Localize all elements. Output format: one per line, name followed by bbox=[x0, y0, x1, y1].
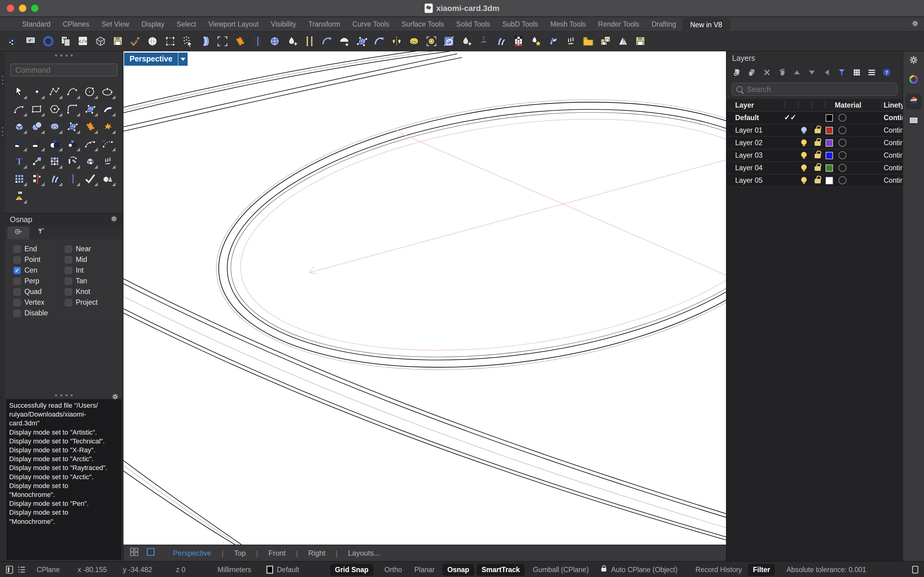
sphere-icon[interactable] bbox=[145, 34, 160, 48]
layer-lock-icon[interactable] bbox=[815, 166, 821, 171]
layer-visibility-bulb-icon[interactable] bbox=[801, 152, 806, 157]
layer-linetype[interactable]: Continuous bbox=[884, 126, 903, 134]
split-tool[interactable] bbox=[29, 136, 45, 152]
mesh-sphere-icon[interactable] bbox=[267, 34, 282, 48]
torus-gold-icon[interactable] bbox=[407, 34, 421, 48]
menu-tab-standard[interactable]: Standard bbox=[16, 18, 56, 31]
menu-tab-render-tools[interactable]: Render Tools bbox=[592, 18, 646, 31]
move-down-icon[interactable] bbox=[806, 67, 817, 78]
panel-toggle-right-icon[interactable] bbox=[911, 562, 920, 577]
layer-row-layer-05[interactable]: Layer 05Continuous bbox=[727, 174, 903, 187]
layer-name[interactable]: Layer 04 bbox=[735, 164, 763, 172]
menu-tab-new-in-v8[interactable]: New in V8 bbox=[682, 18, 730, 32]
pyramid-drag-tool[interactable] bbox=[11, 188, 27, 204]
layer-linetype[interactable]: Continuous bbox=[884, 176, 903, 185]
layer-color-swatch[interactable] bbox=[826, 177, 833, 184]
checkbox-tan[interactable] bbox=[65, 277, 72, 285]
polyline-tool[interactable] bbox=[47, 84, 63, 100]
layer-color-swatch[interactable] bbox=[826, 139, 833, 147]
gear-icon[interactable] bbox=[911, 19, 919, 30]
osnap-checkbox-vertex[interactable]: Vertex bbox=[13, 297, 65, 308]
layer-lock-icon[interactable] bbox=[815, 141, 821, 146]
four-pane-layout-icon[interactable] bbox=[130, 547, 146, 559]
layer-linetype[interactable]: Continuous bbox=[884, 139, 903, 147]
layer-visibility-bulb-icon[interactable] bbox=[801, 127, 806, 132]
osnap-tab[interactable] bbox=[7, 226, 29, 239]
osnap-checkbox-disable[interactable]: Disable bbox=[13, 308, 65, 318]
point-tool[interactable] bbox=[29, 84, 45, 100]
checkbox-knot[interactable] bbox=[65, 288, 72, 295]
units-button[interactable]: Millimeters bbox=[217, 562, 251, 577]
boolean-diff-tool[interactable] bbox=[64, 136, 80, 152]
star-drop-icon[interactable] bbox=[529, 34, 543, 48]
lift-arrows-icon[interactable] bbox=[563, 34, 578, 48]
save-up-icon[interactable] bbox=[633, 34, 648, 48]
new-layer-icon[interactable] bbox=[731, 67, 742, 78]
layer-name[interactable]: Layer 05 bbox=[735, 176, 763, 185]
selection-rect-icon[interactable] bbox=[215, 34, 230, 48]
layer-row-layer-03[interactable]: Layer 03Continuous bbox=[727, 150, 903, 162]
layers-search-box[interactable] bbox=[731, 82, 898, 96]
viewport-tab-right[interactable]: Right bbox=[298, 549, 336, 558]
cplane-button[interactable]: CPlane bbox=[37, 562, 60, 577]
layer-row-default[interactable]: Default✓✓Continuous bbox=[727, 112, 903, 124]
blend-arc-tool[interactable] bbox=[82, 136, 98, 152]
cplane-pin-icon[interactable] bbox=[476, 34, 491, 48]
curve-tool[interactable] bbox=[64, 84, 80, 100]
layer-name[interactable]: Layer 01 bbox=[735, 126, 763, 134]
panel-drag-handle[interactable] bbox=[5, 52, 123, 59]
osnap-checkbox-tan[interactable]: Tan bbox=[65, 276, 116, 286]
orient-tool[interactable] bbox=[64, 171, 80, 187]
layer-linetype[interactable]: Continuous bbox=[884, 114, 903, 122]
layer-material-circle[interactable] bbox=[839, 151, 847, 159]
layer-lock-icon[interactable] bbox=[815, 129, 821, 133]
menu-tab-select[interactable]: Select bbox=[171, 18, 202, 31]
checkbox-quad[interactable] bbox=[13, 288, 21, 295]
menu-tab-set-view[interactable]: Set View bbox=[95, 18, 135, 31]
checkbox-mid[interactable] bbox=[65, 256, 72, 263]
layer-visibility-bulb-icon[interactable] bbox=[801, 177, 806, 182]
arc-tool[interactable] bbox=[11, 101, 27, 117]
menu-tab-display[interactable]: Display bbox=[135, 18, 171, 31]
status-toggle-gumball-cplane-[interactable]: Gumball (CPlane) bbox=[533, 562, 589, 577]
layer-lock-icon[interactable] bbox=[815, 179, 821, 184]
fold-flag-icon[interactable] bbox=[546, 34, 561, 48]
puzzle-plugin-tool[interactable] bbox=[82, 119, 98, 134]
save-monitor-icon[interactable] bbox=[111, 34, 125, 48]
new-sublayer-icon[interactable] bbox=[747, 67, 757, 78]
layer-row-layer-02[interactable]: Layer 02Continuous bbox=[727, 137, 903, 150]
twist-tool[interactable] bbox=[47, 171, 63, 187]
wireframe-box-icon[interactable] bbox=[93, 34, 108, 48]
column-linetype[interactable]: Linetype bbox=[884, 101, 903, 110]
history-drag-handle[interactable] bbox=[5, 391, 123, 399]
checkbox-disable[interactable] bbox=[13, 309, 21, 317]
viewport-tab-top[interactable]: Top bbox=[224, 549, 256, 558]
filter-tab[interactable] bbox=[29, 226, 52, 239]
menu-tab-transform[interactable]: Transform bbox=[302, 18, 346, 31]
select-tool[interactable] bbox=[11, 84, 27, 100]
status-toggle-osnap[interactable]: Osnap bbox=[443, 562, 474, 577]
layer-row-layer-04[interactable]: Layer 04Continuous bbox=[727, 162, 903, 174]
menu-tab-subd-tools[interactable]: SubD Tools bbox=[496, 18, 544, 31]
shield-d-icon[interactable] bbox=[198, 34, 212, 48]
menu-tab-surface-tools[interactable]: Surface Tools bbox=[395, 18, 450, 31]
box-tool[interactable] bbox=[11, 119, 27, 134]
array-tool[interactable] bbox=[47, 153, 63, 169]
osnap-checkbox-int[interactable]: Int bbox=[65, 265, 116, 276]
command-monitor-icon[interactable] bbox=[24, 34, 38, 48]
duplicate-layer-icon[interactable] bbox=[776, 67, 787, 78]
layers-tab[interactable] bbox=[906, 93, 922, 110]
delete-layer-icon[interactable] bbox=[761, 67, 773, 78]
layer-linetype[interactable]: Continuous bbox=[884, 151, 903, 160]
checkbox-near[interactable] bbox=[65, 245, 72, 253]
rhino-sync-icon[interactable] bbox=[41, 34, 56, 48]
trim-tool[interactable] bbox=[11, 136, 27, 152]
toolbar-settings-gear-icon[interactable] bbox=[911, 19, 919, 30]
save-copy-icon[interactable] bbox=[598, 34, 613, 48]
fillet-curve-tool[interactable] bbox=[64, 101, 80, 117]
osnap-checkbox-perp[interactable]: Perp bbox=[13, 276, 65, 286]
layer-material-circle[interactable] bbox=[839, 139, 847, 147]
drop-cube-icon[interactable] bbox=[285, 34, 299, 48]
viewport-canvas[interactable] bbox=[124, 52, 726, 545]
primitives-tool[interactable] bbox=[100, 171, 116, 187]
